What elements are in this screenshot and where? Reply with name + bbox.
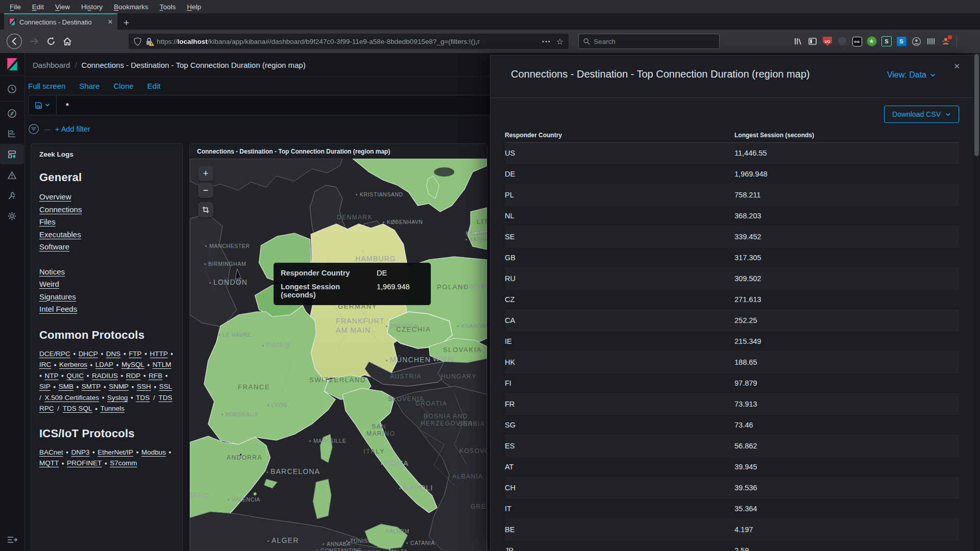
protocol-link-smb[interactable]: SMB bbox=[59, 383, 74, 390]
protocol-link-tds[interactable]: TDS bbox=[136, 394, 150, 402]
table-row[interactable]: ES56.862 bbox=[505, 436, 959, 457]
region-map[interactable]: KRISTIANSANDDENMARKKØBENHAVNLITKALININGR… bbox=[190, 159, 487, 551]
menu-file[interactable]: File bbox=[4, 3, 27, 11]
scrollbar-thumb[interactable] bbox=[974, 54, 979, 156]
table-row[interactable]: FR73.913 bbox=[505, 394, 959, 415]
bookmark-star-icon[interactable]: ☆ bbox=[556, 37, 564, 46]
protocol-link-ldap[interactable]: LDAP bbox=[95, 361, 113, 368]
filter-icon[interactable] bbox=[28, 123, 39, 135]
edit-link[interactable]: Edit bbox=[148, 82, 161, 90]
column-longest-session[interactable]: Longest Session (seconds) bbox=[734, 132, 959, 139]
protocol-link-tunnels[interactable]: Tunnels bbox=[100, 405, 125, 412]
map-fit-bounds-button[interactable] bbox=[198, 202, 213, 217]
library-icon[interactable] bbox=[791, 35, 804, 47]
share-link[interactable]: Share bbox=[79, 82, 100, 90]
blue-s-extension-icon[interactable]: S bbox=[895, 35, 908, 47]
new-tab-button[interactable]: + bbox=[124, 17, 129, 29]
menu-edit[interactable]: Edit bbox=[27, 3, 50, 11]
dark-s-extension-icon[interactable]: S bbox=[880, 35, 893, 47]
protocol-link-ftp[interactable]: FTP bbox=[129, 350, 142, 358]
table-row[interactable]: FI97.879 bbox=[505, 373, 959, 394]
home-button[interactable] bbox=[62, 36, 72, 46]
protocol-link-ntp[interactable]: NTP bbox=[45, 372, 59, 380]
green-extension-icon[interactable] bbox=[865, 35, 878, 47]
protocol-link-sip[interactable]: SIP bbox=[39, 383, 51, 390]
protocol-link-irc[interactable]: IRC bbox=[39, 361, 51, 368]
nav-link-overview[interactable]: Overview bbox=[39, 191, 174, 204]
view-data-selector[interactable]: View: Data bbox=[887, 70, 936, 80]
url-bar[interactable]: https://localhost/kibana/app/kibana#/das… bbox=[129, 34, 569, 49]
discover-compass-icon[interactable] bbox=[0, 103, 24, 123]
protocol-link-kerberos[interactable]: Kerberos bbox=[59, 361, 87, 368]
clone-link[interactable]: Clone bbox=[113, 82, 133, 90]
nav-link-intel-feeds[interactable]: Intel Feeds bbox=[39, 303, 174, 316]
table-row[interactable]: CH39.536 bbox=[505, 478, 959, 498]
ublock-origin-icon[interactable]: UO bbox=[821, 35, 834, 47]
protocol-link-smtp[interactable]: SMTP bbox=[82, 383, 101, 390]
protocol-link-http[interactable]: HTTP bbox=[150, 350, 167, 358]
alerts-triangle-icon[interactable] bbox=[0, 165, 24, 185]
protocol-link-syslog[interactable]: Syslog bbox=[107, 394, 128, 402]
nav-link-connections[interactable]: Connections bbox=[39, 204, 174, 216]
column-responder-country[interactable]: Responder Country bbox=[505, 132, 734, 139]
table-row[interactable]: GB317.305 bbox=[505, 247, 959, 268]
protocol-link-tds-sql[interactable]: TDS SQL bbox=[63, 405, 92, 412]
visualize-chart-icon[interactable] bbox=[0, 123, 24, 143]
tab-close-icon[interactable]: ✕ bbox=[108, 18, 113, 26]
protocol-link-dns[interactable]: DNS bbox=[106, 350, 121, 358]
breadcrumb-dashboard[interactable]: Dashboard bbox=[33, 61, 70, 69]
collapse-nav-icon[interactable] bbox=[7, 536, 18, 546]
browser-tab[interactable]: Connections - Destinatio ✕ bbox=[4, 13, 117, 30]
table-row[interactable]: NL368.203 bbox=[505, 206, 959, 227]
notification-extension-icon[interactable] bbox=[939, 35, 952, 47]
protocol-link-dce-rpc[interactable]: DCE/RPC bbox=[39, 350, 70, 358]
table-row[interactable]: PL758.211 bbox=[505, 185, 959, 206]
map-zoom-in-button[interactable]: + bbox=[198, 166, 213, 181]
table-row[interactable]: US11,446.55 bbox=[505, 143, 959, 164]
table-row[interactable]: JP2.59 bbox=[505, 540, 959, 551]
table-row[interactable]: IE215.349 bbox=[505, 331, 959, 352]
dashboard-icon[interactable] bbox=[0, 144, 24, 164]
protocol-link-dhcp[interactable]: DHCP bbox=[79, 350, 98, 358]
protocol-link-dnp3[interactable]: DNP3 bbox=[71, 448, 89, 456]
table-row[interactable]: CZ271.613 bbox=[505, 289, 959, 310]
protocol-link-modbus[interactable]: Modbus bbox=[141, 448, 166, 456]
back-button[interactable] bbox=[6, 33, 22, 49]
shield-icon[interactable] bbox=[134, 37, 141, 46]
protocol-link-mysql[interactable]: MySQL bbox=[121, 361, 144, 368]
nav-link-executables[interactable]: Executables bbox=[39, 229, 174, 241]
full-screen-link[interactable]: Full screen bbox=[28, 82, 65, 90]
table-row[interactable]: RU309.502 bbox=[505, 268, 959, 289]
page-scrollbar[interactable] bbox=[973, 53, 980, 551]
protocol-link-bacnet[interactable]: BACnet bbox=[39, 448, 63, 456]
table-row[interactable]: SG73.46 bbox=[505, 415, 959, 436]
sidebar-icon[interactable] bbox=[806, 35, 819, 47]
table-row[interactable]: HK188.65 bbox=[505, 352, 959, 373]
protocol-link-ssl[interactable]: SSL bbox=[159, 383, 173, 390]
protocol-link-rfb[interactable]: RFB bbox=[149, 372, 162, 380]
devtools-wrench-icon[interactable] bbox=[0, 185, 24, 206]
menu-bookmarks[interactable]: Bookmarks bbox=[108, 3, 154, 11]
menu-history[interactable]: History bbox=[76, 3, 108, 11]
protocol-link-s7comm[interactable]: S7comm bbox=[110, 459, 137, 467]
protocol-link-radius[interactable]: RADIUS bbox=[92, 372, 118, 380]
nav-link-notices[interactable]: Notices bbox=[39, 266, 174, 279]
query-input[interactable]: * bbox=[57, 101, 69, 110]
protocol-link-rdp[interactable]: RDP bbox=[126, 372, 141, 380]
table-row[interactable]: IT35.364 bbox=[505, 498, 959, 519]
menu-hamburger-icon[interactable] bbox=[963, 38, 972, 45]
close-icon[interactable]: ✕ bbox=[950, 61, 963, 71]
account-icon[interactable] bbox=[910, 35, 923, 47]
table-row[interactable]: DE1,969.948 bbox=[505, 164, 959, 185]
saved-query-menu[interactable] bbox=[29, 95, 57, 115]
map-zoom-out-button[interactable]: − bbox=[198, 183, 213, 198]
forward-button[interactable] bbox=[29, 36, 40, 47]
nav-link-software[interactable]: Software bbox=[39, 241, 174, 254]
owl-extension-icon[interactable]: oo bbox=[850, 35, 864, 47]
dimmed-extension-icon[interactable] bbox=[836, 35, 849, 47]
add-filter-link[interactable]: + Add filter bbox=[55, 125, 90, 133]
protocol-link-mqtt[interactable]: MQTT bbox=[39, 459, 59, 467]
reload-button[interactable] bbox=[46, 36, 56, 46]
table-row[interactable]: BE4.197 bbox=[505, 519, 959, 540]
table-row[interactable]: SE339.452 bbox=[505, 227, 959, 247]
